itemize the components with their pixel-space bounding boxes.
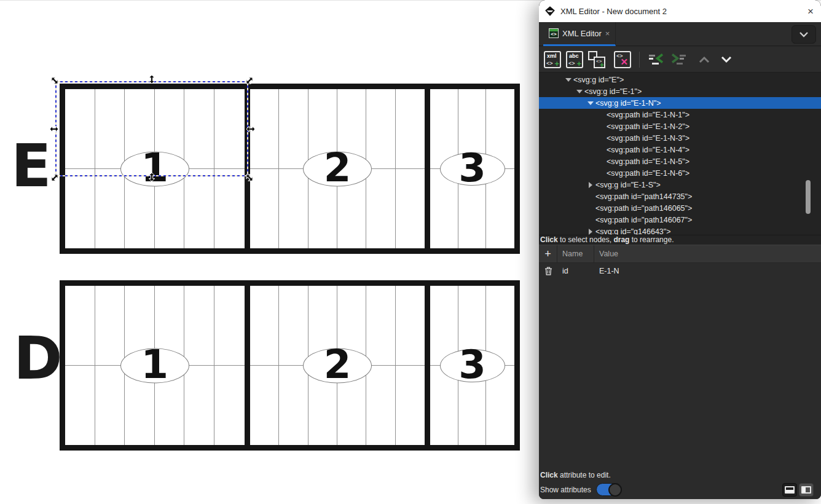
tree-node[interactable]: <svg:g id="E-1-S">: [539, 179, 821, 191]
tree-node[interactable]: <svg:path id="path146067">: [539, 214, 821, 226]
canvas-box-e3[interactable]: 3: [430, 89, 514, 248]
tab-xml-editor[interactable]: <> XML Editor ×: [543, 22, 616, 46]
label-ellipse[interactable]: 1: [120, 348, 189, 383]
canvas-box-d2[interactable]: 2: [250, 286, 425, 445]
abc-text: abc: [569, 53, 579, 59]
tree-node[interactable]: <svg:path id="path144735">: [539, 191, 821, 202]
expander-open-icon[interactable]: [564, 78, 573, 82]
tree-node-selected[interactable]: <svg:g id="E-1-N">: [539, 97, 821, 109]
label-ellipse[interactable]: 3: [440, 349, 505, 382]
attribute-row[interactable]: id E-1-N: [539, 263, 821, 278]
toolbar-separator: [639, 52, 640, 68]
attribute-edit-hint: Click attribute to edit.: [540, 471, 611, 479]
toggle-knob: [608, 483, 622, 497]
vertical-layout-button[interactable]: [799, 483, 814, 497]
hint-bold: Click: [540, 471, 558, 479]
hint-text: to select nodes,: [558, 235, 614, 244]
xml-editor-window: XML Editor - New document 2 × <> XML Edi…: [539, 0, 821, 499]
window-titlebar[interactable]: XML Editor - New document 2 ×: [539, 0, 821, 22]
window-title: XML Editor - New document 2: [560, 7, 667, 16]
scale-handle-right[interactable]: [246, 124, 256, 134]
tree-node[interactable]: <svg:g id="E-1">: [539, 85, 821, 97]
attribute-value[interactable]: E-1-N: [594, 267, 821, 275]
canvas-letter-e[interactable]: E: [11, 136, 50, 195]
node-label: <svg:path id="E-1-N-2">: [607, 122, 689, 131]
delete-attribute-button[interactable]: [539, 263, 557, 278]
hint-text: to rearrange.: [629, 235, 674, 244]
node-label: <svg:path id="path146067">: [595, 216, 692, 224]
attributes-panel: + Name Value id E-1-N: [539, 245, 821, 499]
tree-node[interactable]: <svg:g id="E">: [539, 74, 821, 85]
node-label: <svg:path id="E-1-N-5">: [607, 157, 689, 166]
hint-text: attribute to edit.: [558, 471, 611, 479]
show-attributes-row: Show attributes: [540, 483, 622, 496]
attributes-header: + Name Value: [539, 245, 821, 263]
move-node-down-button[interactable]: [718, 52, 735, 68]
tree-node[interactable]: <svg:path id="E-1-N-5">: [539, 156, 821, 167]
attribute-name[interactable]: id: [557, 263, 594, 278]
expander-open-icon[interactable]: [586, 101, 595, 105]
horizontal-layout-button[interactable]: [782, 483, 797, 497]
inkscape-logo-icon: [544, 6, 556, 17]
selection-bounding-box: [55, 81, 248, 176]
new-element-node-button[interactable]: xml <> +: [544, 51, 561, 68]
move-node-up-button[interactable]: [696, 52, 713, 68]
tree-node[interactable]: <svg:path id="E-1-N-6">: [539, 167, 821, 179]
node-label: <svg:g id="g146643">: [595, 227, 671, 235]
chevron-up-icon: [698, 55, 710, 64]
canvas-row-d[interactable]: 1 2 3: [60, 280, 520, 451]
expander-open-icon[interactable]: [575, 90, 584, 93]
expander-closed-icon[interactable]: [586, 182, 595, 188]
window-close-icon[interactable]: ×: [807, 6, 814, 17]
canvas-box-d1[interactable]: 1: [65, 286, 245, 445]
angle-brackets-glyph: <>: [546, 60, 553, 66]
tree-node[interactable]: <svg:path id="E-1-N-4">: [539, 144, 821, 156]
label-ellipse[interactable]: 2: [303, 151, 372, 186]
add-attribute-button[interactable]: +: [539, 245, 557, 262]
panel-dropdown-button[interactable]: [792, 25, 816, 44]
canvas-box-e2[interactable]: 2: [250, 89, 425, 248]
unindent-node-button[interactable]: [648, 52, 665, 68]
node-label: <svg:g id="E">: [573, 76, 624, 84]
node-label: <svg:path id="E-1-N-4">: [607, 146, 689, 154]
section-number: 2: [324, 345, 352, 387]
tree-scrollbar-thumb[interactable]: [806, 180, 811, 214]
label-ellipse[interactable]: 3: [440, 152, 505, 186]
chevron-down-icon: [720, 55, 733, 64]
attr-name-header: Name: [557, 245, 594, 262]
label-ellipse[interactable]: 2: [303, 348, 372, 383]
xml-toolbar: xml <> + abc <> + <> + <> ✕: [539, 47, 821, 73]
section-number: 3: [458, 345, 486, 387]
show-attributes-label: Show attributes: [540, 486, 591, 494]
expander-closed-icon[interactable]: [586, 229, 595, 235]
canvas-box-d3[interactable]: 3: [430, 286, 514, 445]
angle-brackets-glyph: <>: [568, 60, 575, 66]
xml-text: xml: [547, 53, 557, 59]
node-label: <svg:g id="E-1">: [584, 87, 642, 96]
tree-node[interactable]: <svg:g id="g146643">: [539, 226, 821, 235]
plus-glyph: +: [554, 59, 559, 68]
scale-handle-bottom[interactable]: [147, 172, 157, 182]
tree-status-hint: Click to select nodes, drag to rearrange…: [539, 235, 821, 245]
trash-icon: [544, 267, 552, 275]
canvas-letter-d[interactable]: D: [14, 329, 61, 388]
xml-node-tree[interactable]: <svg:g id="E"> <svg:g id="E-1"> <svg:g i…: [539, 73, 821, 235]
duplicate-node-button[interactable]: <> +: [588, 51, 605, 68]
tree-node[interactable]: <svg:path id="E-1-N-3">: [539, 132, 821, 144]
scale-handle-top-left[interactable]: [48, 74, 62, 88]
horizontal-panes-icon: [785, 486, 795, 494]
node-label: <svg:g id="E-1-N">: [595, 99, 661, 108]
tab-close-icon[interactable]: ×: [605, 29, 610, 38]
indent-node-button[interactable]: [670, 52, 687, 68]
delete-node-button[interactable]: <> ✕: [614, 51, 631, 68]
plus-glyph: +: [576, 59, 581, 68]
new-text-node-button[interactable]: abc <> +: [566, 51, 583, 68]
tree-node[interactable]: <svg:path id="E-1-N-2">: [539, 120, 821, 132]
show-attributes-toggle[interactable]: [596, 483, 622, 496]
scale-handle-top[interactable]: [147, 74, 157, 84]
scale-handle-left[interactable]: [49, 124, 59, 134]
unindent-icon: [648, 53, 664, 66]
tree-node[interactable]: <svg:path id="E-1-N-1">: [539, 109, 821, 120]
chevron-down-icon: [799, 31, 809, 37]
tree-node[interactable]: <svg:path id="path146065">: [539, 202, 821, 214]
